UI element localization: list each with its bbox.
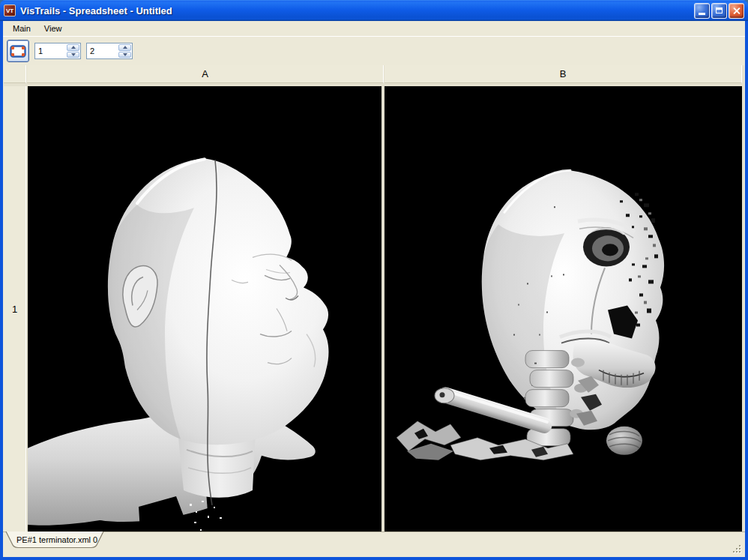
column-count-spin-buttons xyxy=(118,43,132,58)
row-header-1[interactable]: 1 xyxy=(4,86,26,532)
menubar: Main View xyxy=(3,21,745,36)
vistrails-spreadsheet-window: VT VisTrails - Spreadsheet - Untitled Ma… xyxy=(0,0,748,560)
cell-b1[interactable] xyxy=(384,86,742,532)
up-arrow-icon xyxy=(71,46,76,49)
minimize-icon xyxy=(699,13,705,15)
skull-rendering xyxy=(384,86,742,532)
resize-grip[interactable] xyxy=(733,545,735,547)
toolbar xyxy=(3,36,745,65)
menu-view[interactable]: View xyxy=(37,22,69,35)
column-count-input[interactable] xyxy=(87,43,118,58)
fullscreen-button[interactable] xyxy=(7,40,29,62)
row-count-spinbox xyxy=(34,43,81,59)
column-count-spinbox xyxy=(86,43,133,59)
row-count-spin-buttons xyxy=(66,43,80,58)
row-count-input[interactable] xyxy=(35,43,66,58)
down-arrow-icon xyxy=(71,53,76,56)
spreadsheet: A B 1 xyxy=(4,65,744,532)
cell-a1[interactable] xyxy=(28,86,381,532)
row-count-down-button[interactable] xyxy=(67,52,79,58)
tab-pe1-terminator[interactable]: PE#1 terminator.xml 0 xyxy=(5,532,106,549)
head-rendering xyxy=(28,86,381,532)
tab-label: PE#1 terminator.xml 0 xyxy=(16,535,97,544)
row-count-up-button[interactable] xyxy=(67,44,79,51)
maximize-icon xyxy=(716,7,723,13)
vistrails-app-icon: VT xyxy=(4,4,16,16)
column-count-down-button[interactable] xyxy=(118,52,131,58)
maximize-button[interactable] xyxy=(711,3,727,19)
menu-main[interactable]: Main xyxy=(6,22,37,35)
titlebar: VT VisTrails - Spreadsheet - Untitled xyxy=(0,0,748,21)
window-body: Main View xyxy=(0,21,748,560)
column-header-b[interactable]: B xyxy=(384,65,742,83)
close-icon xyxy=(732,7,741,15)
sheet-tab-bar: PE#1 terminator.xml 0 xyxy=(3,532,745,557)
down-arrow-icon xyxy=(123,53,127,56)
window-title: VisTrails - Spreadsheet - Untitled xyxy=(20,5,693,16)
column-count-up-button[interactable] xyxy=(118,44,131,51)
up-arrow-icon xyxy=(123,46,127,49)
sheet-corner xyxy=(4,65,26,83)
fullscreen-icon xyxy=(10,45,26,58)
minimize-button[interactable] xyxy=(694,3,710,19)
close-button[interactable] xyxy=(729,3,744,19)
column-header-a[interactable]: A xyxy=(27,65,384,83)
